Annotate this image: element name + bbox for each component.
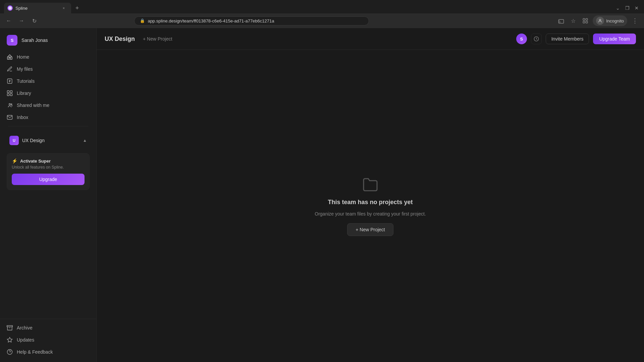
svg-point-13 [9,104,11,105]
upgrade-team-button[interactable]: Upgrade Team [593,34,636,44]
activate-super-header: ⚡ Activate Super [12,158,85,164]
user-avatar: S [7,35,17,46]
back-button[interactable]: ← [4,16,13,25]
new-project-main-button[interactable]: + New Project [347,223,393,236]
team-item-ux-design[interactable]: U UX Design ▲ [5,133,91,148]
empty-state-description: Organize your team files by creating you… [315,211,426,217]
sidebar-item-library-label: Library [17,90,31,96]
history-button[interactable] [531,34,542,44]
tutorials-icon [7,78,13,84]
inbox-icon [7,114,13,120]
tab-title: Spline [15,6,58,11]
sidebar-item-help-label: Help & Feedback [17,349,53,355]
incognito-label: Incognito [606,18,624,23]
new-tab-button[interactable]: + [72,3,82,13]
lock-icon: 🔒 [140,18,145,23]
main-content: UX Design + New Project S Invite Members… [97,28,644,362]
browser-chrome: Spline × + ⌄ ❐ ✕ ← → ↻ 🔒 app.spline.desi… [0,0,644,28]
browser-tabs: Spline × + ⌄ ❐ ✕ [0,0,644,13]
sidebar-item-home[interactable]: Home [3,51,94,63]
svg-rect-9 [7,91,9,93]
sidebar-user[interactable]: S Sarah Jonas [0,28,96,51]
main-header: UX Design + New Project S Invite Members… [97,28,644,50]
sidebar-item-my-files-label: My files [17,66,33,72]
maximize-button[interactable]: ❐ [624,5,631,11]
new-project-header-button[interactable]: + New Project [140,35,175,43]
svg-point-6 [599,19,601,21]
sidebar-navigation: Home My files Tutorials [0,51,96,319]
project-title: UX Design [105,36,135,43]
header-right: S Invite Members Upgrade Team [516,34,636,44]
tab-favicon [7,5,13,11]
sidebar: S Sarah Jonas Home My files [0,28,97,362]
minimize-button[interactable]: ⌄ [614,5,621,11]
invite-members-button[interactable]: Invite Members [546,34,589,44]
extensions-icon[interactable] [581,16,590,25]
tab-close-button[interactable]: × [61,5,66,11]
activate-super-box: ⚡ Activate Super Unlock all features on … [7,153,90,190]
sidebar-item-archive[interactable]: Archive [3,322,94,334]
toolbar-right: ☆ Incognito ⋮ [556,15,640,26]
home-icon [7,54,13,60]
address-bar[interactable]: 🔒 app.spline.design/team/ff013878-c6e6-4… [134,16,369,25]
incognito-profile-icon [596,17,604,25]
forward-button[interactable]: → [17,16,26,25]
help-icon [7,349,13,355]
window-controls: ⌄ ❐ ✕ [614,5,640,11]
user-name: Sarah Jonas [21,38,48,43]
sidebar-item-shared-label: Shared with me [17,103,49,108]
svg-rect-7 [7,57,12,59]
sidebar-item-home-label: Home [17,54,29,60]
cast-icon[interactable] [556,16,566,25]
svg-marker-17 [7,338,12,342]
svg-rect-11 [7,94,9,96]
svg-rect-12 [10,94,12,96]
browser-tab[interactable]: Spline × [4,3,71,13]
lightning-icon: ⚡ [12,158,17,164]
activate-super-description: Unlock all features on Spline. [12,165,85,170]
svg-rect-5 [586,21,588,23]
address-bar-url: app.spline.design/team/ff013878-c6e6-415… [148,18,363,23]
library-icon [7,90,13,96]
pencil-icon [7,66,13,72]
sidebar-bottom: Archive Updates Help & Feedback [0,319,96,362]
sidebar-item-help[interactable]: Help & Feedback [3,346,94,358]
upgrade-button[interactable]: Upgrade [12,174,85,185]
close-window-button[interactable]: ✕ [633,5,640,11]
sidebar-divider [8,126,88,126]
incognito-button[interactable]: Incognito [593,15,627,26]
sidebar-item-archive-label: Archive [17,325,33,330]
sidebar-item-shared-with-me[interactable]: Shared with me [3,99,94,111]
svg-rect-15 [7,325,13,327]
sidebar-item-library[interactable]: Library [3,87,94,99]
svg-point-14 [11,104,12,105]
sidebar-item-updates-label: Updates [17,337,34,343]
header-user-avatar[interactable]: S [516,34,527,44]
reload-button[interactable]: ↻ [30,16,39,25]
svg-rect-4 [583,21,585,23]
updates-icon [7,337,13,343]
team-name: UX Design [22,138,79,143]
browser-toolbar: ← → ↻ 🔒 app.spline.design/team/ff013878-… [0,13,644,28]
sidebar-item-tutorials-label: Tutorials [17,78,35,84]
browser-menu-button[interactable]: ⋮ [630,16,640,26]
sidebar-item-my-files[interactable]: My files [3,63,94,75]
empty-folder-icon [362,176,379,193]
sidebar-item-inbox[interactable]: Inbox [3,111,94,123]
sidebar-team-section: U UX Design ▲ [3,129,94,150]
empty-state-title: This team has no projects yet [328,199,413,206]
sidebar-item-updates[interactable]: Updates [3,334,94,346]
chevron-up-icon: ▲ [83,138,87,143]
app-container: S Sarah Jonas Home My files [0,28,644,362]
team-avatar: U [9,136,19,145]
svg-rect-2 [583,18,585,20]
activate-super-title: Activate Super [20,159,51,164]
empty-state: This team has no projects yet Organize y… [97,50,644,362]
star-icon[interactable]: ☆ [569,16,578,25]
svg-rect-10 [10,91,12,93]
svg-point-18 [7,350,12,355]
svg-rect-3 [586,18,588,20]
sidebar-item-tutorials[interactable]: Tutorials [3,75,94,87]
sidebar-item-inbox-label: Inbox [17,115,28,120]
archive-icon [7,325,13,331]
